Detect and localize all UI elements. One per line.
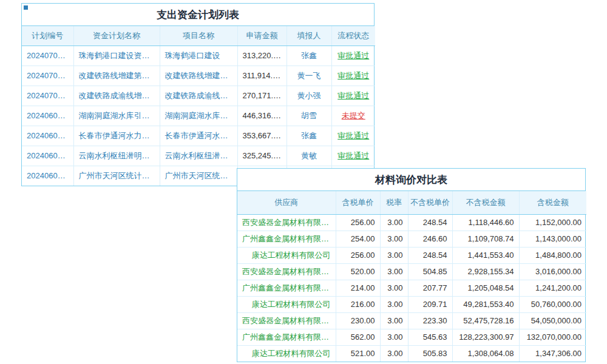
expense-plan-title-text: 支出资金计划列表 bbox=[157, 9, 239, 21]
apply-amount-cell: 353,667.00 bbox=[237, 126, 287, 146]
plan-no-cell[interactable]: 2024060009 bbox=[22, 146, 73, 166]
status-link[interactable]: 审批通过 bbox=[337, 131, 369, 140]
status-link[interactable]: 审批通过 bbox=[337, 51, 369, 60]
table-row: 康达工程材料有限公司216.003.00209.7149,281,553.405… bbox=[237, 296, 586, 312]
net-price-cell: 246.60 bbox=[408, 231, 452, 247]
net-price-cell: 207.77 bbox=[408, 280, 452, 296]
status-cell: 未提交 bbox=[331, 106, 375, 126]
project-name-cell[interactable]: 珠海鹤港口建设 bbox=[160, 46, 237, 66]
plan-no-cell[interactable]: 2024060011 bbox=[22, 106, 73, 126]
tax-rate-cell: 3.00 bbox=[380, 296, 408, 312]
plan-no-cell[interactable]: 2024060008 bbox=[22, 166, 73, 186]
supplier-cell: 西安盛器金属材料有限公司 bbox=[237, 214, 336, 231]
status-link[interactable]: 审批通过 bbox=[337, 71, 369, 80]
project-name-cell[interactable]: 长春市伊通河水力... bbox=[160, 126, 237, 146]
tax-amount-cell: 3,016,000.00 bbox=[519, 263, 586, 280]
plan-name-cell[interactable]: 珠海鹤港口建设资金... bbox=[73, 46, 160, 66]
net-amount-cell: 1,118,446.60 bbox=[452, 214, 519, 231]
project-name-cell[interactable]: 改建铁路线增建第... bbox=[160, 66, 237, 86]
apply-amount-cell: 270,171.00 bbox=[237, 86, 287, 106]
tax-price-cell: 256.00 bbox=[336, 214, 380, 231]
supplier-cell: 西安盛器金属材料有限公司 bbox=[237, 263, 336, 280]
project-name-cell[interactable]: 改建铁路成渝线增... bbox=[160, 86, 237, 106]
net-amount-cell: 1,205,048.54 bbox=[452, 280, 519, 296]
apply-amount-cell: 325,245.00 bbox=[237, 146, 287, 166]
panel-corner-icon bbox=[24, 5, 28, 10]
filler-cell[interactable]: 黄一飞 bbox=[287, 66, 331, 86]
supplier-cell: 广州鑫鑫金属材料有限公司 bbox=[237, 280, 336, 296]
filler-cell[interactable]: 张鑫 bbox=[287, 126, 331, 146]
table-row: 2024060010长春市伊通河水力发...长春市伊通河水力...353,667… bbox=[22, 126, 375, 146]
net-amount-cell: 1,308,064.08 bbox=[452, 345, 519, 362]
filler-cell[interactable]: 张鑫 bbox=[287, 46, 331, 66]
tax-price-cell: 562.00 bbox=[336, 329, 380, 345]
column-header-apply-amount: 申请金额 bbox=[237, 26, 287, 46]
expense-plan-table: 计划编号 资金计划名称 项目名称 申请金额 填报人 流程状态 202407000… bbox=[22, 26, 375, 186]
filler-cell[interactable]: 黄小强 bbox=[287, 86, 331, 106]
tax-amount-cell: 1,484,800.00 bbox=[519, 247, 586, 263]
tax-rate-cell: 3.00 bbox=[380, 345, 408, 362]
plan-name-cell[interactable]: 改建铁路成渝线增建... bbox=[73, 86, 160, 106]
tax-price-cell: 214.00 bbox=[336, 280, 380, 296]
project-name-cell[interactable]: 广州市天河区统计... bbox=[160, 166, 237, 186]
tax-rate-cell: 3.00 bbox=[380, 280, 408, 296]
supplier-cell: 广州鑫鑫金属材料有限公司 bbox=[237, 329, 336, 345]
tax-rate-cell: 3.00 bbox=[380, 214, 408, 231]
plan-name-cell[interactable]: 湖南洞庭湖水库引水... bbox=[73, 106, 160, 126]
table-row: 康达工程材料有限公司521.003.00505.831,308,064.081,… bbox=[237, 345, 586, 362]
plan-no-cell[interactable]: 2024070001 bbox=[22, 86, 73, 106]
table-row: 2024070001改建铁路成渝线增建...改建铁路成渝线增...270,171… bbox=[22, 86, 375, 106]
plan-name-cell[interactable]: 云南水利枢纽潜明水... bbox=[73, 146, 160, 166]
status-link[interactable]: 未提交 bbox=[342, 111, 365, 120]
expense-plan-title: 支出资金计划列表 bbox=[22, 4, 374, 26]
table-row: 2024060011湖南洞庭湖水库引水...湖南洞庭湖水库引...446,316… bbox=[22, 106, 375, 126]
status-link[interactable]: 审批通过 bbox=[337, 91, 369, 100]
plan-no-cell[interactable]: 2024070002 bbox=[22, 66, 73, 86]
status-link[interactable]: 审批通过 bbox=[337, 151, 369, 160]
column-header-project-name: 项目名称 bbox=[160, 26, 237, 46]
project-name-cell[interactable]: 云南水利枢纽潜明... bbox=[160, 146, 237, 166]
material-compare-title: 材料询价对比表 bbox=[237, 169, 585, 191]
net-amount-cell: 49,281,553.40 bbox=[452, 296, 519, 312]
supplier-cell: 西安盛器金属材料有限公司 bbox=[237, 312, 336, 329]
net-amount-cell: 2,928,155.34 bbox=[452, 263, 519, 280]
table-row: 西安盛器金属材料有限公司256.003.00248.541,118,446.60… bbox=[237, 214, 586, 231]
filler-cell[interactable]: 胡雪 bbox=[287, 106, 331, 126]
column-header-filler: 填报人 bbox=[287, 26, 331, 46]
column-header-supplier: 供应商 bbox=[237, 191, 336, 214]
tax-rate-cell: 3.00 bbox=[380, 329, 408, 345]
tax-price-cell: 520.00 bbox=[336, 263, 380, 280]
status-cell: 审批通过 bbox=[331, 66, 375, 86]
net-price-cell: 248.54 bbox=[408, 214, 452, 231]
net-price-cell: 505.83 bbox=[408, 345, 452, 362]
filler-cell[interactable]: 黄敏 bbox=[287, 146, 331, 166]
material-compare-header-row: 供应商 含税单价 税率 不含税单价 不含税金额 含税金额 bbox=[237, 191, 586, 214]
column-header-net-price: 不含税单价 bbox=[408, 191, 452, 214]
material-compare-title-text: 材料询价对比表 bbox=[375, 174, 447, 186]
plan-no-cell[interactable]: 2024060010 bbox=[22, 126, 73, 146]
column-header-tax-price: 含税单价 bbox=[336, 191, 380, 214]
material-compare-panel: 材料询价对比表 供应商 含税单价 税率 不含税单价 不含税金额 含税金额 西安盛… bbox=[237, 168, 586, 362]
table-row: 2024070002改建铁路线增建第二...改建铁路线增建第...311,914… bbox=[22, 66, 375, 86]
tax-rate-cell: 3.00 bbox=[380, 247, 408, 263]
plan-no-cell[interactable]: 2024070003 bbox=[22, 46, 73, 66]
plan-name-cell[interactable]: 长春市伊通河水力发... bbox=[73, 126, 160, 146]
supplier-cell: 广州鑫鑫金属材料有限公司 bbox=[237, 231, 336, 247]
tax-price-cell: 230.00 bbox=[336, 312, 380, 329]
supplier-cell: 康达工程材料有限公司 bbox=[237, 296, 336, 312]
plan-name-cell[interactable]: 广州市天河区统计局... bbox=[73, 166, 160, 186]
plan-name-cell[interactable]: 改建铁路线增建第二... bbox=[73, 66, 160, 86]
table-row: 广州鑫鑫金属材料有限公司254.003.00246.601,109,708.74… bbox=[237, 231, 586, 247]
tax-amount-cell: 54,050,000.00 bbox=[519, 312, 586, 329]
tax-price-cell: 256.00 bbox=[336, 247, 380, 263]
project-name-cell[interactable]: 湖南洞庭湖水库引... bbox=[160, 106, 237, 126]
table-row: 西安盛器金属材料有限公司230.003.00223.3052,475,728.1… bbox=[237, 312, 586, 329]
column-header-status: 流程状态 bbox=[331, 26, 375, 46]
column-header-plan-name: 资金计划名称 bbox=[73, 26, 160, 46]
net-amount-cell: 52,475,728.16 bbox=[452, 312, 519, 329]
tax-amount-cell: 132,070,000.00 bbox=[519, 329, 586, 345]
net-amount-cell: 128,223,300.97 bbox=[452, 329, 519, 345]
net-amount-cell: 1,441,553.40 bbox=[452, 247, 519, 263]
status-cell: 审批通过 bbox=[331, 126, 375, 146]
expense-plan-header-row: 计划编号 资金计划名称 项目名称 申请金额 填报人 流程状态 bbox=[22, 26, 375, 46]
